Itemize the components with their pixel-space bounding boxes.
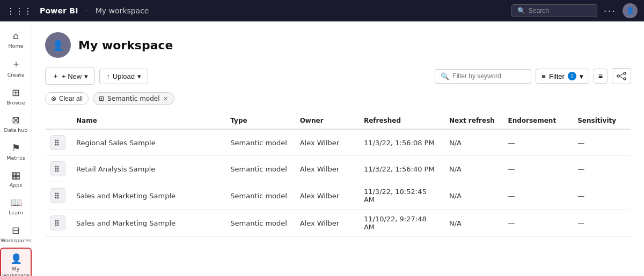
toolbar-right: 🔍 ≡ Filter 1 ▾ ≡ (435, 68, 631, 84)
svg-point-19 (55, 195, 57, 197)
row-icon (50, 188, 65, 203)
th-name[interactable]: Name (71, 113, 225, 129)
svg-point-12 (57, 166, 59, 168)
breadcrumb-separator: · (86, 7, 88, 15)
clear-all-button[interactable]: ⊗ Clear all (45, 92, 89, 105)
th-refreshed[interactable]: Refreshed (358, 113, 444, 129)
row-endorsement: — (502, 182, 572, 210)
filter-keyword-bar[interactable]: 🔍 (435, 69, 531, 84)
th-type-label: Type (230, 117, 247, 124)
row-type: Semantic model (225, 156, 294, 182)
sidebar-item-workspaces[interactable]: ⊟ Workspaces (0, 220, 32, 248)
svg-point-22 (57, 197, 59, 199)
th-next-refresh[interactable]: Next refresh (444, 113, 502, 129)
browse-icon: ⊞ (12, 87, 20, 98)
table-row[interactable]: Retail Analysis Sample Semantic model Al… (45, 156, 631, 182)
more-options-button[interactable]: ··· (604, 5, 616, 17)
top-search-bar[interactable]: 🔍 (511, 4, 597, 17)
lineage-button[interactable] (612, 68, 631, 84)
row-icon (50, 135, 65, 150)
table-header: Name Type Owner Refreshed Next refresh E… (45, 113, 631, 129)
workspace-header: 👤 My workspace (45, 32, 631, 58)
row-type: Semantic model (225, 182, 294, 210)
active-filters-bar: ⊗ Clear all ⊞ Semantic model × (45, 92, 631, 105)
row-name[interactable]: Regional Sales Sample (71, 129, 225, 156)
row-owner: Alex Wilber (295, 129, 358, 156)
view-toggle-button[interactable]: ≡ (594, 69, 608, 84)
svg-point-18 (57, 193, 59, 195)
row-refreshed: 11/3/22, 10:52:45 AM (358, 182, 444, 210)
semantic-model-tag-close[interactable]: × (163, 95, 169, 102)
filter-lines-icon: ≡ (541, 72, 546, 80)
main-content: 👤 My workspace ＋ + New ▾ ↑ Upload ▾ 🔍 ≡ … (32, 21, 644, 276)
svg-line-3 (619, 74, 624, 76)
th-endorsement[interactable]: Endorsement (502, 113, 572, 129)
sidebar-item-apps[interactable]: ▦ Apps (0, 165, 32, 192)
sidebar-item-datahub[interactable]: ⊠ Data hub (0, 110, 32, 137)
waffle-icon[interactable]: ⋮⋮⋮ (6, 6, 32, 16)
row-next-refresh: N/A (444, 182, 502, 210)
row-icon-cell (45, 210, 71, 237)
table-row[interactable]: Sales and Marketing Sample Semantic mode… (45, 210, 631, 237)
sidebar-label-create: Create (8, 72, 25, 78)
th-sensitivity-label: Sensitivity (577, 117, 616, 124)
clear-all-label: Clear all (59, 95, 83, 102)
upload-button[interactable]: ↑ Upload ▾ (99, 69, 148, 84)
row-icon-cell (45, 156, 71, 182)
svg-point-7 (55, 142, 57, 144)
filter-keyword-input[interactable] (452, 72, 525, 80)
sidebar-label-datahub: Data hub (4, 127, 28, 133)
row-refreshed: 11/3/22, 1:56:40 PM (358, 156, 444, 182)
sidebar-label-myworkspace: My workspace (2, 266, 30, 276)
apps-icon: ▦ (11, 169, 20, 181)
top-search-icon: 🔍 (517, 7, 525, 14)
row-type: Semantic model (225, 210, 294, 237)
svg-point-17 (55, 193, 57, 195)
filter-button[interactable]: ≡ Filter 1 ▾ (536, 69, 589, 84)
th-owner-label: Owner (300, 117, 324, 124)
breadcrumb-workspace: My workspace (96, 6, 149, 15)
table-row[interactable]: Sales and Marketing Sample Semantic mode… (45, 182, 631, 210)
svg-line-4 (619, 77, 624, 79)
sidebar-item-learn[interactable]: 📖 Learn (0, 192, 32, 220)
sidebar-item-create[interactable]: ＋ Create (0, 53, 32, 82)
workspaces-icon: ⊟ (12, 225, 20, 236)
svg-point-0 (617, 75, 619, 77)
semantic-model-tag-label: Semantic model (107, 95, 159, 102)
workspace-title: My workspace (78, 39, 173, 52)
th-owner[interactable]: Owner (295, 113, 358, 129)
upload-icon: ↑ (106, 72, 110, 80)
sidebar-label-browse: Browse (6, 100, 25, 106)
top-nav-right: 🔍 ··· 👤 (511, 3, 638, 18)
svg-point-8 (57, 142, 59, 144)
sidebar-item-metrics[interactable]: ⚑ Metrics (0, 138, 32, 165)
semantic-model-tag[interactable]: ⊞ Semantic model × (93, 92, 174, 105)
row-name[interactable]: Sales and Marketing Sample (71, 182, 225, 210)
svg-point-21 (55, 197, 57, 199)
th-type[interactable]: Type (225, 113, 294, 129)
th-endorsement-label: Endorsement (508, 117, 556, 124)
top-search-input[interactable] (529, 7, 591, 14)
row-next-refresh: N/A (444, 156, 502, 182)
datahub-icon: ⊠ (12, 114, 20, 125)
semantic-model-tag-icon: ⊞ (99, 95, 104, 102)
user-avatar[interactable]: 👤 (623, 3, 638, 18)
new-dropdown-icon: ▾ (84, 72, 88, 80)
sidebar-item-browse[interactable]: ⊞ Browse (0, 83, 32, 110)
new-button[interactable]: ＋ + New ▾ (45, 68, 95, 85)
sidebar-item-myworkspace[interactable]: 👤 My workspace (0, 248, 32, 276)
row-sensitivity: — (572, 129, 631, 156)
svg-point-13 (55, 168, 57, 170)
table-row[interactable]: Regional Sales Sample Semantic model Ale… (45, 129, 631, 156)
th-sensitivity[interactable]: Sensitivity (572, 113, 631, 129)
sidebar-item-home[interactable]: ⌂ Home (0, 26, 32, 53)
row-icon (50, 161, 65, 176)
row-name[interactable]: Sales and Marketing Sample (71, 210, 225, 237)
row-endorsement: — (502, 210, 572, 237)
row-type: Semantic model (225, 129, 294, 156)
row-name[interactable]: Retail Analysis Sample (71, 156, 225, 182)
row-owner: Alex Wilber (295, 210, 358, 237)
svg-point-14 (57, 168, 59, 170)
row-next-refresh: N/A (444, 210, 502, 237)
view-toggle-icon: ≡ (598, 72, 603, 80)
